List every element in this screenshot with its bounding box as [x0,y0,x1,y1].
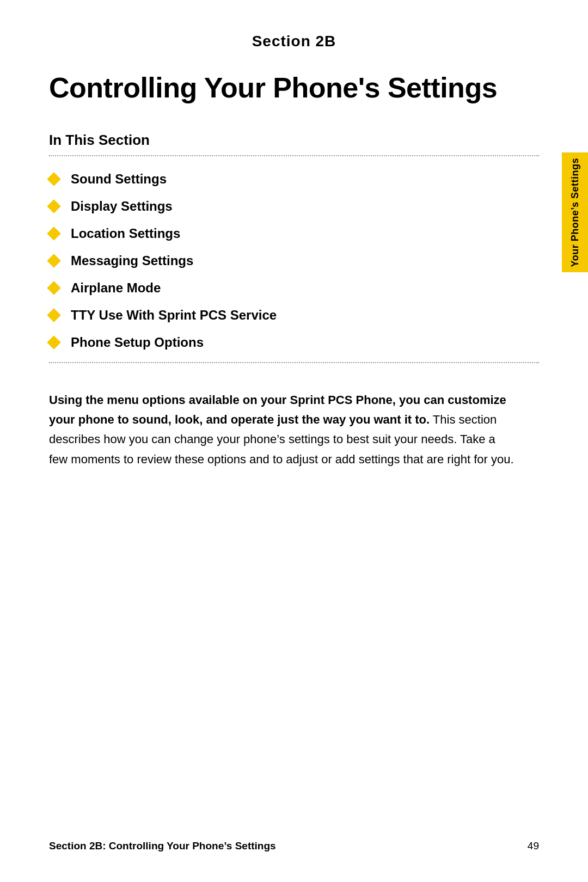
list-item: Display Settings [49,199,539,214]
side-tab-text: Your Phone’s Settings [569,158,581,267]
diamond-icon [47,335,60,349]
section-divider-bottom [49,362,539,363]
list-item: Sound Settings [49,171,539,187]
footer: Section 2B: Controlling Your Phone’s Set… [49,840,539,852]
diamond-icon [47,281,60,295]
side-tab: Your Phone’s Settings [562,152,588,272]
footer-left: Section 2B: Controlling Your Phone’s Set… [49,840,276,852]
list-item: TTY Use With Sprint PCS Service [49,308,539,323]
footer-right: 49 [528,840,539,852]
in-this-section-heading: In This Section [49,132,539,149]
diamond-icon [47,254,60,267]
diamond-icon [47,172,60,186]
section-label: Section 2B [49,33,539,50]
body-text: Using the menu options available on your… [49,390,517,469]
list-item: Messaging Settings [49,253,539,268]
list-item: Phone Setup Options [49,335,539,350]
list-item: Location Settings [49,226,539,241]
list-item: Airplane Mode [49,280,539,296]
chapter-title: Controlling Your Phone's Settings [49,72,539,105]
toc-list: Sound Settings Display Settings Location… [49,171,539,350]
page-container: Section 2B Controlling Your Phone's Sett… [0,0,588,882]
diamond-icon [47,226,60,240]
diamond-icon [47,308,60,322]
diamond-icon [47,199,60,213]
section-divider-top [49,155,539,156]
